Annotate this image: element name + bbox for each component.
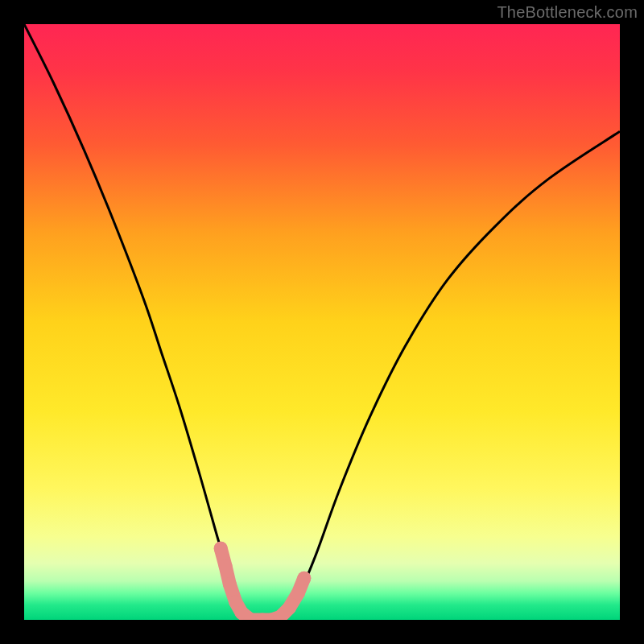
plot-area	[24, 24, 620, 620]
chart-frame: TheBottleneck.com	[0, 0, 644, 644]
curve-layer	[24, 24, 620, 620]
bottleneck-curve	[24, 24, 620, 620]
marker-dot	[214, 542, 228, 555]
marker-dot	[297, 572, 311, 585]
watermark-text: TheBottleneck.com	[497, 3, 638, 22]
marker-group	[214, 542, 312, 620]
